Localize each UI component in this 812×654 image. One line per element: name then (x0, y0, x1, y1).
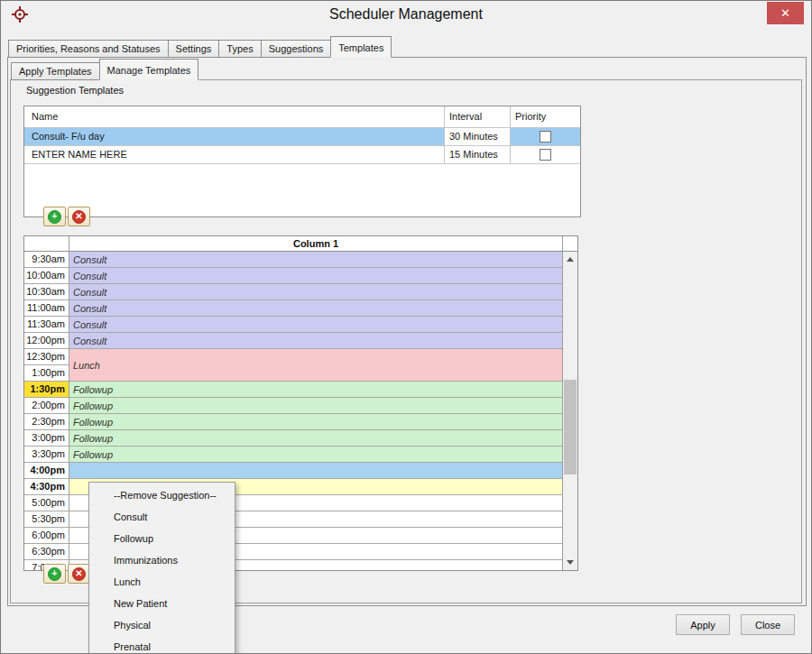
slot-label: Consult (73, 271, 106, 281)
add-icon: + (48, 567, 61, 581)
delete-icon: ✕ (72, 567, 86, 581)
slot-label: Followup (73, 384, 113, 395)
delete-template-button[interactable]: ✕ (68, 207, 90, 226)
context-menu-item[interactable]: Physical (89, 614, 235, 636)
template-name-cell: ENTER NAME HERE (24, 146, 445, 163)
column-header-interval: Interval (445, 106, 511, 127)
sub-tab[interactable]: Manage Templates (99, 59, 199, 80)
schedule-slot[interactable]: Followup (69, 398, 562, 414)
context-menu-item[interactable]: Immunizations (89, 549, 235, 571)
time-cell[interactable]: 2:30pm (24, 414, 69, 430)
slot-label: Consult (73, 287, 106, 298)
close-button[interactable]: Close (741, 614, 795, 635)
slot-label: Consult (73, 336, 106, 346)
schedule-slot[interactable]: Followup (69, 447, 562, 463)
template-row[interactable]: ENTER NAME HERE 15 Minutes (24, 146, 580, 164)
time-cell[interactable]: 5:30pm (24, 511, 69, 528)
schedule-column-toolbar: + ✕ (43, 564, 90, 584)
context-menu-item[interactable]: New Patient (89, 593, 235, 614)
template-interval-cell: 30 Minutes (445, 128, 511, 145)
scrollbar-thumb[interactable] (564, 380, 577, 474)
schedule-slot[interactable]: Consult (69, 300, 562, 317)
scroll-down-button[interactable] (563, 555, 577, 570)
apply-button[interactable]: Apply (676, 614, 730, 635)
template-priority-cell (511, 146, 580, 163)
suggestion-context-menu: --Remove Suggestion-- Consult Followup I… (88, 482, 235, 654)
template-list-toolbar: + ✕ (43, 207, 90, 226)
slot-label: Followup (73, 449, 113, 460)
template-priority-cell (511, 128, 580, 145)
add-template-button[interactable]: + (43, 207, 66, 226)
schedule-slot[interactable]: Followup (69, 414, 562, 430)
templates-table-header: Name Interval Priority (24, 106, 580, 128)
time-cell[interactable]: 6:30pm (24, 544, 69, 560)
slot-label: Consult (73, 254, 106, 265)
schedule-slot[interactable]: Consult (69, 268, 562, 284)
template-name-cell: Consult- F/u day (24, 128, 445, 145)
main-tab[interactable]: Priorities, Reasons and Statuses (8, 40, 169, 58)
time-cell[interactable]: 5:00pm (24, 495, 69, 511)
time-cell[interactable]: 3:00pm (24, 430, 69, 447)
time-cell[interactable]: 10:30am (24, 284, 69, 300)
schedule-slot[interactable]: Consult (69, 284, 562, 300)
time-column-header (24, 236, 69, 251)
schedule-slot[interactable]: Followup (69, 382, 562, 398)
suggestion-templates-label: Suggestion Templates (26, 85, 124, 96)
main-tab[interactable]: Types (218, 40, 261, 58)
schedule-slot[interactable]: Consult (69, 317, 562, 333)
main-tab[interactable]: Templates (330, 36, 392, 58)
template-interval-cell: 15 Minutes (445, 146, 511, 163)
window-title: Scheduler Management (1, 1, 811, 28)
slot-label: Followup (73, 401, 113, 411)
time-cell[interactable]: 6:00pm (24, 528, 69, 544)
chevron-up-icon (567, 257, 574, 262)
time-cell[interactable]: 3:30pm (24, 447, 69, 463)
time-cell[interactable]: 4:30pm (24, 479, 69, 495)
context-menu-item[interactable]: Followup (89, 528, 235, 549)
slot-label: Followup (73, 417, 113, 428)
time-cell[interactable]: 12:00pm (24, 333, 69, 349)
scheduler-management-dialog: Scheduler Management ✕ Priorities, Reaso… (0, 0, 812, 654)
time-cell[interactable]: 1:30pm (24, 382, 69, 398)
time-cell[interactable]: 11:30am (24, 317, 69, 333)
slot-label: Consult (73, 319, 106, 330)
scroll-up-button[interactable] (563, 252, 577, 267)
context-menu-item[interactable]: Consult (89, 506, 235, 528)
time-cell[interactable]: 1:00pm (24, 365, 69, 382)
schedule-slot[interactable]: Consult (69, 252, 562, 268)
schedule-slot[interactable]: Followup (69, 430, 562, 447)
schedule-slot[interactable]: Consult (69, 333, 562, 349)
main-tab[interactable]: Suggestions (261, 40, 332, 58)
schedule-slot[interactable] (69, 463, 562, 479)
slot-label: Consult (73, 303, 106, 314)
delete-column-button[interactable]: ✕ (68, 564, 90, 584)
time-cell[interactable]: 4:00pm (24, 463, 69, 479)
delete-icon: ✕ (72, 210, 86, 224)
time-cell[interactable]: 12:30pm (24, 349, 69, 365)
time-cell[interactable]: 10:00am (24, 268, 69, 284)
templates-table-rows: Consult- F/u day 30 Minutes ENTER NAME H… (24, 128, 580, 164)
chevron-down-icon (567, 560, 574, 565)
template-row[interactable]: Consult- F/u day 30 Minutes (24, 128, 580, 146)
column-header-name: Name (24, 106, 445, 127)
main-tab[interactable]: Settings (168, 40, 220, 58)
main-tab-strip: Priorities, Reasons and Statuses Setting… (8, 38, 391, 58)
priority-checkbox[interactable] (540, 131, 551, 143)
slot-label: Followup (73, 433, 113, 444)
suggestion-templates-table: Name Interval Priority Consult- F/u day … (23, 106, 581, 217)
time-cell[interactable]: 2:00pm (24, 398, 69, 414)
schedule-slot[interactable]: Lunch (69, 349, 562, 382)
vertical-scrollbar[interactable] (563, 252, 577, 570)
time-cell[interactable]: 11:00am (24, 300, 69, 317)
window-close-button[interactable]: ✕ (767, 2, 804, 24)
context-menu-item[interactable]: Lunch (89, 571, 235, 593)
sub-tab[interactable]: Apply Templates (11, 62, 100, 80)
time-cell[interactable]: 9:30am (24, 252, 69, 268)
close-icon: ✕ (780, 6, 790, 20)
schedule-grid-header: Column 1 (24, 236, 577, 252)
add-column-button[interactable]: + (43, 564, 66, 584)
context-menu-item[interactable]: Prenatal (89, 636, 235, 654)
context-menu-item[interactable]: --Remove Suggestion-- (89, 484, 235, 506)
scrollbar-header-gap (563, 236, 577, 251)
priority-checkbox[interactable] (540, 149, 551, 161)
